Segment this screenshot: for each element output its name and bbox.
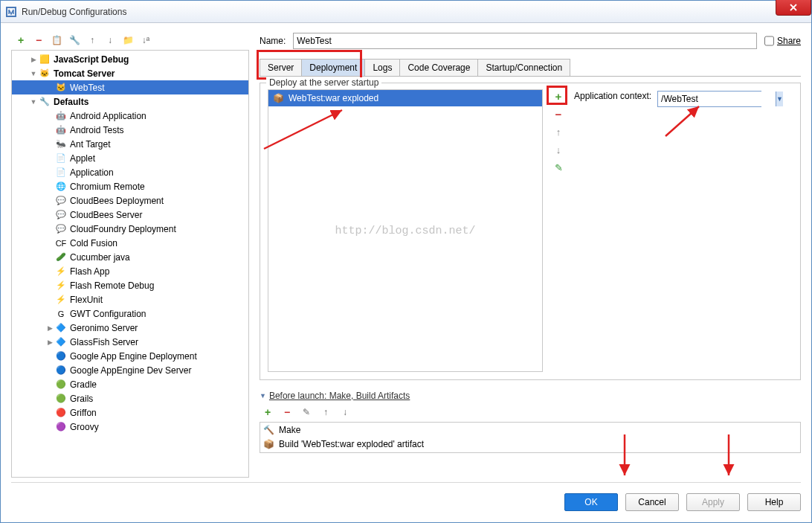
share-checkbox-input[interactable] [764,33,774,49]
apply-button[interactable]: Apply [686,493,740,511]
tree-item[interactable]: ▼🐱Tomcat Server [12,66,248,80]
tree-item[interactable]: 🐱WebTest [12,80,248,94]
bl-down-button[interactable]: ↓ [338,405,352,419]
tree-item[interactable]: ⚡Flash Remote Debug [12,278,248,292]
remove-config-button[interactable]: − [32,33,45,47]
remove-artifact-button[interactable]: − [552,107,565,121]
config-type-icon: ⚡ [55,280,67,292]
config-type-icon: 🔷 [55,336,67,348]
tree-item[interactable]: 🟢Grails [12,391,248,405]
tree-item-label: CloudFoundry Deployment [70,224,176,234]
tree-item-label: Google App Engine Deployment [70,351,197,362]
artifact-buttons: + − ↑ ↓ ✎ [550,89,567,372]
copy-config-button[interactable]: 📋 [50,33,63,47]
before-launch-toolbar: + − ✎ ↑ ↓ [260,402,801,422]
tree-item-label: Gradle [70,379,97,390]
tree-item[interactable]: 🟣Groovy [12,420,248,434]
move-down-button[interactable]: ↓ [103,33,117,47]
button-bar: OK Cancel Apply Help [11,482,801,513]
folder-button[interactable]: 📁 [121,33,135,47]
before-launch-item[interactable]: 📦Build 'WebTest:war exploded' artifact [260,437,800,451]
name-input[interactable] [293,33,757,49]
bl-edit-button[interactable]: ✎ [300,405,313,419]
window-close-button[interactable] [776,0,811,16]
help-button[interactable]: Help [747,493,801,511]
config-type-icon: 🟣 [55,421,67,433]
bl-remove-button[interactable]: − [280,405,294,419]
before-launch-section: ▼ Before launch: Make, Build Artifacts +… [260,389,801,453]
tab-startup-connection[interactable]: Startup/Connection [477,59,570,76]
before-launch-item[interactable]: 🔨Make [260,423,800,437]
tabs-container: ServerDeploymentLogsCode CoverageStartup… [260,59,801,77]
bl-up-button[interactable]: ↑ [319,405,332,419]
share-checkbox[interactable]: Share [764,33,801,49]
tabs: ServerDeploymentLogsCode CoverageStartup… [260,59,801,77]
tree-item[interactable]: 📄Applet [12,151,248,165]
tree-item-label: WebTest [70,83,104,93]
tab-deployment[interactable]: Deployment [301,59,365,76]
tree-item[interactable]: CFCold Fusion [12,236,248,250]
tree-item[interactable]: 🐜Ant Target [12,137,248,151]
tree-item[interactable]: ▼🔧Defaults [12,94,248,109]
artifact-up-button[interactable]: ↑ [552,125,565,138]
tree-item[interactable]: 💬CloudBees Deployment [12,193,248,208]
config-type-icon: ⚡ [55,266,67,277]
context-input[interactable] [658,92,776,106]
tree-item[interactable]: 🤖Android Application [12,109,248,123]
config-type-icon: 💬 [55,209,67,221]
dialog-window: Run/Debug Configurations + − 📋 🔧 ↑ ↓ 📁 ↓… [0,0,812,523]
artifact-icon: 📦 [273,93,284,103]
tree-item-label: CloudBees Deployment [70,196,164,206]
bl-add-button[interactable]: + [261,405,274,419]
tree-item[interactable]: ▶🟨JavaScript Debug [12,52,248,66]
tree-item[interactable]: 🔴Griffon [12,405,248,420]
edit-artifact-button[interactable]: ✎ [552,161,565,174]
tree-item[interactable]: 🤖Android Tests [12,123,248,137]
tree-item[interactable]: 🌐Chromium Remote [12,179,248,193]
tree-item[interactable]: GGWT Configuration [12,307,248,321]
tree-item[interactable]: ⚡FlexUnit [12,292,248,307]
bl-item-icon: 📦 [263,439,274,449]
config-type-icon: 🔵 [55,350,67,362]
artifact-label: WebTest:war exploded [289,93,378,103]
tab-code-coverage[interactable]: Code Coverage [399,59,478,76]
tree-item-label: FlexUnit [70,295,103,305]
artifact-item[interactable]: 📦 WebTest:war exploded [268,90,542,106]
tree-item[interactable]: 💬CloudBees Server [12,208,248,222]
config-tree[interactable]: ▶🟨JavaScript Debug▼🐱Tomcat Server🐱WebTes… [11,50,249,478]
artifact-down-button[interactable]: ↓ [552,143,565,156]
config-type-icon: 🟢 [55,379,67,391]
tree-item[interactable]: 🔵Google AppEngine Dev Server [12,363,248,377]
expand-icon: ▶ [28,56,39,63]
move-up-button[interactable]: ↑ [86,33,99,47]
config-type-icon: 🔴 [55,407,67,419]
before-launch-header[interactable]: ▼ Before launch: Make, Build Artifacts [260,389,801,402]
context-combo[interactable]: ▼ [657,91,761,107]
tree-item[interactable]: ▶🔷GlassFish Server [12,335,248,349]
config-type-icon: 🟨 [39,54,51,65]
tree-item[interactable]: 🥒Cucumber java [12,250,248,264]
expand-icon: ▼ [28,70,39,77]
sort-button[interactable]: ↓ª [139,33,152,47]
artifact-list[interactable]: 📦 WebTest:war exploded http://blog.csdn.… [268,89,543,372]
sidebar-toolbar: + − 📋 🔧 ↑ ↓ 📁 ↓ª [11,31,249,50]
save-config-button[interactable]: 🔧 [68,33,81,47]
before-launch-list[interactable]: 🔨Make📦Build 'WebTest:war exploded' artif… [260,422,801,453]
tree-item[interactable]: 📄Application [12,165,248,179]
tree-item[interactable]: ⚡Flash App [12,264,248,278]
tree-item[interactable]: 💬CloudFoundry Deployment [12,222,248,236]
tree-item-label: Defaults [54,97,88,107]
tree-item-label: GlassFish Server [70,337,138,347]
tree-item[interactable]: 🟢Gradle [12,377,248,391]
tab-logs[interactable]: Logs [364,59,400,76]
ok-button[interactable]: OK [564,493,618,511]
tab-server[interactable]: Server [260,59,302,76]
tree-item[interactable]: ▶🔷Geronimo Server [12,321,248,335]
config-type-icon: 🟢 [55,393,67,405]
add-artifact-button[interactable]: + [552,89,565,103]
deploy-area: 📦 WebTest:war exploded http://blog.csdn.… [268,89,793,372]
combo-arrow-icon[interactable]: ▼ [776,92,783,106]
cancel-button[interactable]: Cancel [625,493,679,511]
add-config-button[interactable]: + [14,33,28,47]
tree-item[interactable]: 🔵Google App Engine Deployment [12,349,248,363]
